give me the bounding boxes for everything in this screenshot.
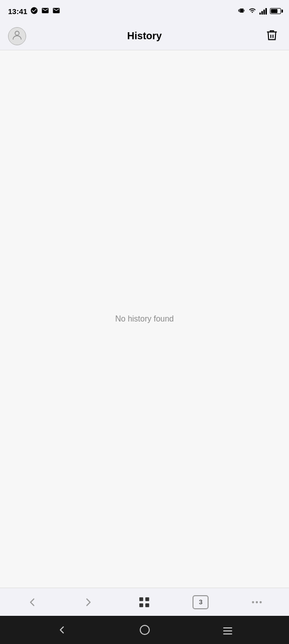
more-options-button[interactable] [245, 590, 269, 614]
check-icon [30, 7, 38, 16]
status-bar: 13:41 [0, 0, 289, 22]
svg-rect-3 [140, 603, 144, 607]
tabs-button[interactable]: 3 [188, 590, 213, 614]
status-left: 13:41 [8, 7, 60, 16]
empty-history-message: No history found [115, 314, 174, 324]
delete-history-button[interactable] [263, 27, 281, 45]
trash-icon [265, 29, 278, 43]
svg-rect-4 [146, 603, 150, 607]
status-time: 13:41 [8, 7, 27, 16]
avatar-button[interactable] [8, 27, 26, 45]
system-menu-button[interactable] [222, 624, 234, 636]
user-avatar-icon [11, 29, 23, 43]
bottom-browser-bar: 3 [0, 588, 289, 616]
page-title: History [127, 30, 162, 42]
svg-rect-2 [146, 597, 150, 601]
vibrate-icon [238, 7, 245, 16]
svg-point-6 [256, 601, 258, 603]
email-icon [41, 7, 49, 16]
svg-point-8 [140, 625, 149, 634]
system-back-button[interactable] [56, 624, 68, 636]
main-content: No history found [0, 50, 289, 588]
svg-point-5 [252, 601, 254, 603]
svg-rect-1 [140, 597, 144, 601]
back-button[interactable] [20, 590, 44, 614]
wifi-icon [248, 7, 256, 16]
status-right [238, 7, 281, 16]
signal-icon [259, 8, 267, 15]
system-nav-bar [0, 616, 289, 644]
app-header: History [0, 22, 289, 50]
svg-point-7 [259, 601, 261, 603]
home-button[interactable] [132, 590, 156, 614]
system-home-button[interactable] [139, 624, 151, 636]
email2-icon [52, 7, 60, 16]
svg-point-0 [15, 31, 19, 35]
tabs-count-badge: 3 [192, 595, 209, 609]
forward-button[interactable] [76, 590, 101, 614]
battery-icon [270, 8, 281, 14]
